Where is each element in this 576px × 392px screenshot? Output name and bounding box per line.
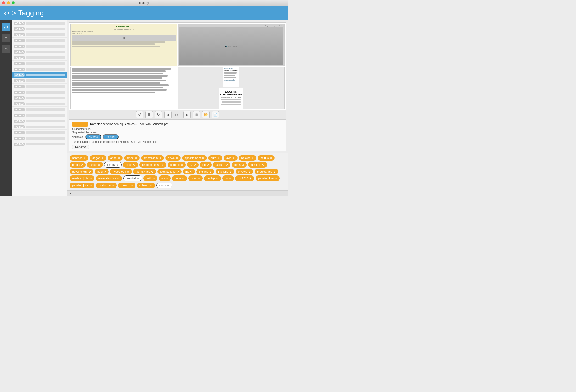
tag-pill-charity[interactable]: charity ⚙	[104, 162, 122, 168]
tag-pill-cisco/expense[interactable]: cisco/expense ⚙	[139, 162, 166, 168]
file-item-11[interactable]: NO TAG	[12, 84, 67, 89]
tag-pill-meubel[interactable]: meubel ⚙	[123, 175, 142, 181]
tag-pill-schwab[interactable]: schwab ⚙	[137, 183, 155, 188]
tag-pill-afibo[interactable]: afibo ⚙	[108, 155, 123, 161]
maximize-button[interactable]	[12, 1, 15, 4]
tag-pill-pension-ilse[interactable]: pension-ilse ⚙	[256, 175, 280, 181]
file-item-10[interactable]: NO TAG	[12, 78, 67, 84]
file-item-8[interactable]: NO TAG	[12, 66, 67, 72]
tag-pill-amsterdam[interactable]: amsterdam ⚙	[141, 155, 164, 161]
tag-pill-huis[interactable]: huis ⚙	[95, 169, 109, 174]
tag-pill-profource[interactable]: profource ⚙	[96, 183, 116, 188]
date-variable-button[interactable]: - %{date}	[85, 134, 101, 139]
tag-gear-icon: ⚙	[233, 157, 235, 160]
file-item-19[interactable]: NO TAG	[12, 130, 67, 135]
content-area: GREENFIELD BRIEVENBUSSEN EN POORTEN Here…	[67, 20, 288, 153]
tag-pill-ohra[interactable]: ohra ⚙	[188, 175, 203, 181]
tag-pill-aegon[interactable]: aegon ⚙	[90, 155, 106, 161]
file-item-3[interactable]: NO TAG	[12, 38, 67, 43]
tag-pill-fortis[interactable]: fortis ⚙	[232, 162, 247, 168]
next-page-button[interactable]: ▶	[183, 111, 191, 118]
rotate-left-button[interactable]: ↺	[136, 111, 143, 118]
prev-page-button[interactable]: ◀	[164, 111, 172, 118]
tag-pill-ing[interactable]: ing ⚙	[183, 169, 195, 174]
file-tag-badge: NO TAG	[14, 73, 25, 77]
tag-pill-identity-joris[interactable]: identity-joris ⚙	[157, 169, 182, 174]
tag-pill-ovchip[interactable]: ovchip ⚙	[204, 175, 221, 181]
file-tag-badge: NO TAG	[14, 56, 25, 59]
tag-pill-identity-ilse[interactable]: identity-ilse ⚙	[133, 169, 156, 174]
file-item-12[interactable]: NO TAG	[12, 89, 67, 95]
file-item-2[interactable]: NO TAG	[12, 32, 67, 38]
tag-pill-oz[interactable]: oz ⚙	[222, 175, 234, 181]
tag-pill-oz-2018[interactable]: oz-2018 ⚙	[235, 175, 254, 181]
window-controls[interactable]	[2, 1, 15, 4]
rotate-right-button[interactable]: ↻	[155, 111, 162, 118]
tag-pill-cedar[interactable]: cedar ⚙	[87, 162, 103, 168]
rename-button[interactable]: Rename	[72, 145, 89, 149]
tag-pill-cisco[interactable]: cisco ⚙	[123, 162, 138, 168]
file-item-18[interactable]: NO TAG	[12, 124, 67, 130]
file-item-14[interactable]: NO TAG	[12, 101, 67, 107]
tag-pill-medical-joris[interactable]: medical-joris ⚙	[70, 175, 94, 181]
close-button[interactable]	[2, 1, 5, 4]
suggested-tags-label: Suggested tags:	[72, 128, 283, 130]
tag-pill-nefit[interactable]: nefit ⚙	[143, 175, 157, 181]
file-item-0[interactable]: NO TAG	[12, 20, 67, 26]
tag-pill-baloise[interactable]: baloise ⚙	[239, 155, 257, 161]
tag-pill-cz[interactable]: cz ⚙	[187, 162, 199, 168]
file-item-7[interactable]: NO TAG	[12, 61, 67, 66]
tag-pill-auto[interactable]: auto ⚙	[208, 155, 222, 161]
tag-pill-hypotheek[interactable]: hypotheek ⚙	[110, 169, 132, 174]
tag-pill-anwb[interactable]: anwb ⚙	[165, 155, 181, 161]
sidebar-item-settings[interactable]: ⚙	[2, 45, 10, 53]
tag-gear-icon: ⚙	[161, 163, 164, 166]
file-item-4[interactable]: NO TAG	[12, 43, 67, 49]
tag-pill-achmea[interactable]: achmea ⚙	[70, 155, 88, 161]
year-variable-button[interactable]: - %{year}	[103, 134, 119, 139]
tag-pill-pension-joris[interactable]: pension-joris ⚙	[70, 183, 94, 188]
tag-pill-belfius[interactable]: belfius ⚙	[258, 155, 275, 161]
app-body: 🏷 ≡ ⚙ NO TAGNO TAGNO TAGNO TAGNO TAGNO T…	[0, 20, 288, 196]
file-item-13[interactable]: NO TAG	[12, 95, 67, 101]
tag-pill-avis[interactable]: avis ⚙	[224, 155, 238, 161]
tag-pill-amex[interactable]: amex ⚙	[124, 155, 140, 161]
tag-pill-appartement[interactable]: appartement ⚙	[182, 155, 207, 161]
file-item-16[interactable]: NO TAG	[12, 112, 67, 118]
sidebar-item-list[interactable]: ≡	[2, 34, 10, 42]
tag-pill-breda[interactable]: breda ⚙	[70, 162, 86, 168]
folder-button[interactable]: 📂	[202, 111, 210, 118]
tag-pill-nuon[interactable]: nuon ⚙	[172, 175, 187, 181]
export-button[interactable]: 📄	[212, 111, 219, 118]
file-item-1[interactable]: NO TAG	[12, 26, 67, 32]
tag-pill-db[interactable]: db ⚙	[200, 162, 212, 168]
tag-pill-invoice[interactable]: invoice ⚙	[236, 169, 253, 174]
file-item-15[interactable]: NO TAG	[12, 107, 67, 112]
sidebar-item-tags[interactable]: 🏷	[2, 23, 10, 31]
delete-button[interactable]: 🗑	[193, 111, 200, 118]
tag-pill-stock[interactable]: stock ⚙	[156, 183, 172, 188]
tag-gear-icon: ⚙	[117, 177, 120, 180]
tag-gear-icon: ⚙	[217, 157, 220, 160]
tag-pill-nn[interactable]: nn ⚙	[159, 175, 171, 181]
tag-pill-government[interactable]: government ⚙	[70, 169, 93, 174]
file-item-21[interactable]: NO TAG	[12, 141, 67, 147]
file-tag-badge: NO TAG	[14, 91, 25, 94]
tag-pill-ing-ilse[interactable]: ing-ilse ⚙	[196, 169, 214, 174]
file-item-20[interactable]: NO TAG	[12, 135, 67, 141]
file-item-9[interactable]: NO TAG	[12, 72, 67, 78]
tag-pill-memories-ilse[interactable]: memories-ilse ⚙	[96, 175, 122, 181]
file-item-17[interactable]: NO TAG	[12, 118, 67, 124]
delete-page-button[interactable]: 🗑	[145, 111, 153, 118]
minimize-button[interactable]	[7, 1, 10, 4]
tag-pill-ing-joris[interactable]: ing-joris ⚙	[216, 169, 234, 174]
tag-pill-roeach[interactable]: roeach ⚙	[118, 183, 135, 188]
tag-pill-medical-ilse[interactable]: medical-ilse ⚙	[255, 169, 278, 174]
tag-pill-cordaid[interactable]: cordaid ⚙	[168, 162, 186, 168]
tag-gear-icon: ⚙	[229, 177, 231, 180]
tag-pill-factuur[interactable]: factuur ⚙	[213, 162, 230, 168]
file-item-5[interactable]: NO TAG	[12, 49, 67, 55]
file-item-6[interactable]: NO TAG	[12, 55, 67, 61]
tag-pill-furniture[interactable]: furniture ⚙	[248, 162, 267, 168]
doc-section-article	[70, 67, 177, 109]
